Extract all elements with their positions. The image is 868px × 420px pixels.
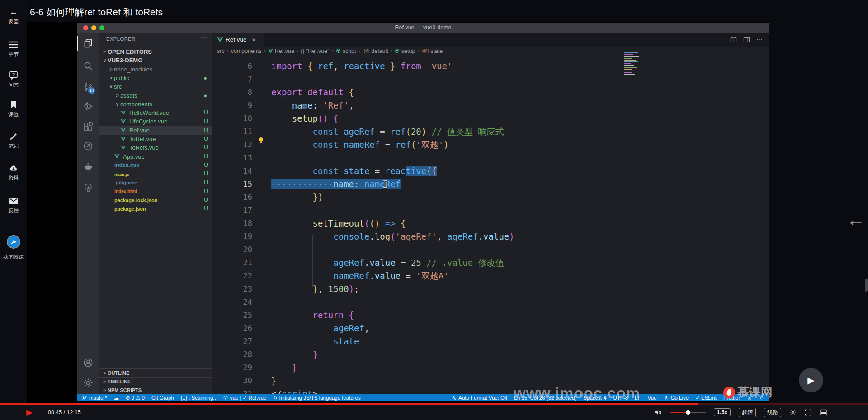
watermark-site: www.imooc.com <box>514 384 640 402</box>
speed-selector[interactable]: 1.5x <box>714 408 731 416</box>
status-item-left-5[interactable]: vue | ✓ Ref.vue <box>223 395 266 401</box>
status-item-left-6[interactable]: ↻Initializing JS/TS language features <box>273 395 361 401</box>
tree-item-assets[interactable]: >assets● <box>99 91 212 100</box>
minimap[interactable] <box>624 52 642 77</box>
rail-item-chapters[interactable]: 章节 <box>0 40 27 58</box>
rail-item-notes[interactable]: 笔记 <box>0 132 27 150</box>
tree-item-main-js[interactable]: main.jsU <box>99 170 212 178</box>
breadcrumb-item[interactable]: {} "Ref.vue" <box>301 48 330 54</box>
status-item-left-0[interactable]: master* <box>82 395 107 401</box>
tree-item-components[interactable]: ∨components <box>99 100 212 109</box>
quality-selector[interactable]: 超清 <box>739 408 756 417</box>
tree-item-app-vue[interactable]: App.vueU <box>99 152 212 161</box>
status-item-left-4[interactable]: {..} : Scanning.. <box>181 395 216 401</box>
activity-search-icon[interactable] <box>83 61 94 71</box>
tree-item-label: assets <box>120 91 137 100</box>
status-item-right-6[interactable]: Go Live <box>664 395 689 401</box>
fullscreen-icon[interactable] <box>805 409 811 416</box>
explorer-section-timeline[interactable]: >TIMELINE <box>99 377 212 386</box>
avatar[interactable] <box>7 235 20 249</box>
tree-item-helloworld-vue[interactable]: HelloWorld.vueU <box>99 109 212 117</box>
play-button[interactable]: ▶ <box>26 407 33 417</box>
player-settings-icon[interactable] <box>789 409 797 416</box>
status-item-left-2[interactable]: ⊘ 0 ⚠ 0 <box>126 395 145 401</box>
rail-item-bookmarks[interactable]: 课签 <box>0 100 27 118</box>
close-tab-icon[interactable]: × <box>252 36 256 43</box>
breadcrumb-item[interactable]: [@]default <box>363 48 388 54</box>
page-scrollbar[interactable] <box>865 279 868 292</box>
volume-icon[interactable] <box>654 409 662 415</box>
chevron-icon: > <box>114 91 120 100</box>
symbol-module-icon <box>395 48 400 53</box>
more-actions-icon[interactable]: ⋯ <box>756 36 763 43</box>
activity-plugin-tree-icon[interactable] <box>83 183 94 193</box>
rail-item-feedback[interactable]: 反馈 <box>0 196 27 214</box>
breadcrumb-item[interactable]: Ref.vue <box>268 48 294 54</box>
theater-mode-icon[interactable] <box>820 409 827 415</box>
breadcrumb-separator: › <box>391 48 392 54</box>
status-item-left-1[interactable]: ☁ <box>114 395 119 401</box>
lightbulb-icon[interactable] <box>258 137 264 144</box>
status-item-right-7[interactable]: ✓ ESLint <box>695 395 717 401</box>
breadcrumb-item[interactable]: script <box>336 48 356 54</box>
activity-run-debug-icon[interactable] <box>83 101 94 112</box>
line-number: 15 <box>212 178 252 191</box>
code-line-9: 9 name: 'Ref', <box>212 99 769 112</box>
split-editor-icon[interactable] <box>730 36 737 43</box>
rail-item-label: 我的慕课 <box>0 254 27 260</box>
tree-item-toref-vue[interactable]: ToRef.vueU <box>99 135 212 143</box>
activity-extensions-icon[interactable] <box>83 121 94 132</box>
line-number: 13 <box>212 151 252 165</box>
floating-play-button[interactable]: ▶ <box>799 368 823 392</box>
breadcrumb-item[interactable]: components <box>231 48 262 54</box>
tree-item-package-json[interactable]: package.jsonU <box>99 204 212 213</box>
layout-icon[interactable] <box>743 36 750 43</box>
status-item-text: Initializing JS/TS language features <box>279 395 360 401</box>
volume-knob[interactable] <box>686 410 690 415</box>
tree-item--gitignore[interactable]: .gitignoreU <box>99 179 212 187</box>
tree-indent-guide <box>120 109 120 152</box>
rail-item-my-imooc[interactable]: 我的慕课 <box>0 252 27 260</box>
prev-arrow-button[interactable]: ← <box>846 209 865 231</box>
status-item-left-3[interactable]: Git Graph <box>151 395 174 401</box>
tree-item-public[interactable]: >public● <box>99 74 212 82</box>
activity-explorer-icon[interactable] <box>83 38 94 49</box>
gear-icon <box>223 395 228 401</box>
tree-item-ref-vue[interactable]: Ref.vueU <box>99 126 212 135</box>
activity-remote-icon[interactable] <box>83 141 94 151</box>
status-item-right-5[interactable]: Vue <box>648 395 657 401</box>
play-icon: ▶ <box>807 375 814 386</box>
status-item-text: master* <box>89 395 107 401</box>
code-editor[interactable]: 6import { ref, reactive } from 'vue'78ex… <box>212 55 769 394</box>
tree-item-index-css[interactable]: index.cssU <box>99 161 212 170</box>
line-number: 7 <box>212 73 252 86</box>
rail-item-back[interactable]: ←返回 <box>0 7 27 25</box>
tree-item-node-modules[interactable]: >node_modules <box>99 65 212 74</box>
tab-ref-vue[interactable]: Ref.vue × <box>212 33 264 47</box>
activity-settings-icon[interactable] <box>83 378 94 388</box>
activity-account-icon[interactable] <box>83 357 94 368</box>
rail-item-materials[interactable]: 资料 <box>0 163 27 181</box>
tree-item-lifecycles-vue[interactable]: LifeCycles.vueU <box>99 117 212 126</box>
line-number: 27 <box>212 335 252 348</box>
tree-item-index-html[interactable]: index.htmlU <box>99 187 212 196</box>
more-actions-icon[interactable]: ··· <box>201 33 207 41</box>
minimap-line <box>624 54 633 55</box>
chevron-icon: ∨ <box>114 100 120 109</box>
tree-item-vue3-demo[interactable]: ∨VUE3-DEMO <box>99 56 212 65</box>
breadcrumb-label: components <box>231 48 262 54</box>
explorer-section-npm-scripts[interactable]: >NPM SCRIPTS <box>99 386 212 394</box>
rail-item-qa[interactable]: ?问答 <box>0 71 27 89</box>
tree-item-src[interactable]: ∨src <box>99 82 212 91</box>
volume-slider[interactable] <box>670 412 706 413</box>
breadcrumb-item[interactable]: src <box>217 48 225 54</box>
tree-item-package-lock-json[interactable]: package-lock.jsonU <box>99 196 212 204</box>
route-selector[interactable]: 线路 <box>764 408 781 417</box>
tree-item-torefs-vue[interactable]: ToRefs.vueU <box>99 143 212 152</box>
breadcrumb-item[interactable]: setup <box>395 48 415 54</box>
breadcrumb-item[interactable]: [@]state <box>421 48 443 54</box>
tree-item-open-editors[interactable]: >OPEN EDITORS <box>99 47 212 56</box>
status-item-right-0[interactable]: Auto Format Vue: Off <box>451 395 507 401</box>
explorer-section-outline[interactable]: >OUTLINE <box>99 368 212 377</box>
activity-docker-icon[interactable] <box>83 160 94 171</box>
